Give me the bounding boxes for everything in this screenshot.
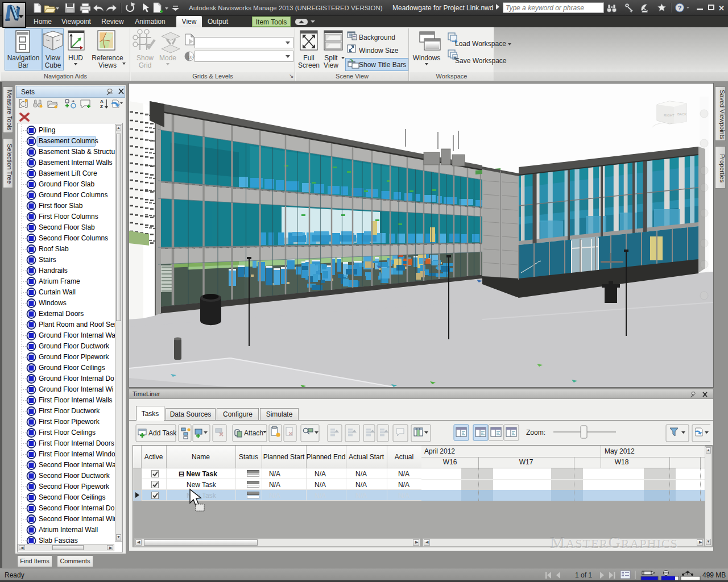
svg-text:Z: Z [100,104,103,109]
svg-text:Zoom:: Zoom: [526,429,545,436]
svg-text:1 of 1: 1 of 1 [575,571,592,579]
svg-text:A: A [100,99,104,104]
svg-text:Add Task: Add Task [148,429,177,437]
svg-text:BACK: BACK [677,113,686,116]
svg-text:499 MB: 499 MB [702,571,726,579]
svg-text:Attach: Attach [244,429,263,437]
svg-text:?: ? [678,5,682,11]
svg-text:10: 10 [188,55,193,60]
svg-text:RIGHT: RIGHT [664,114,675,117]
